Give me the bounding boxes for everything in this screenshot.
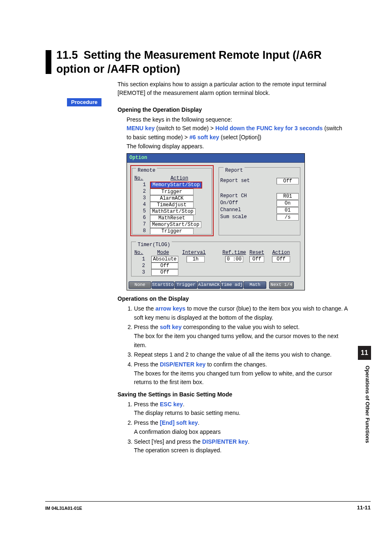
report-group-title: Report: [224, 167, 244, 175]
end-soft-key-text: [End] soft key: [160, 419, 198, 426]
disp-enter-key-text-2: DISP/ENTER key: [202, 438, 248, 445]
softkey-timeadj[interactable]: Time adj: [221, 281, 243, 289]
tlog-1-interval[interactable]: 1h: [187, 256, 205, 263]
remote-row-6-action[interactable]: MathReset: [150, 215, 194, 221]
heading-title-line2: option or /A4FR option): [56, 63, 180, 75]
esc-key-text: ESC key: [160, 401, 183, 408]
opening-heading: Opening the Operation Display: [118, 106, 348, 115]
following-display-text: The following display appears.: [127, 142, 348, 151]
softkey-bar: None StartStop Trigger AlarmACK Time adj…: [127, 281, 304, 290]
softkey-alarmack[interactable]: AlarmACK: [198, 281, 220, 289]
operations-heading: Operations on the Display: [118, 295, 348, 304]
chapter-tab: 11: [358, 346, 371, 360]
soft-key-text: soft key: [160, 324, 182, 330]
heading-number: 11.5: [56, 48, 78, 62]
heading-title-line1: Setting the Measurement Remote Input (/A…: [84, 49, 322, 61]
ops-step-3: Repeat steps 1 and 2 to change the value…: [134, 350, 348, 359]
ops-step-4: Press the DISP/ENTER key to confirm the …: [134, 360, 348, 387]
remote-row-1-action[interactable]: MemoryStart/Stop: [150, 182, 202, 189]
softkey-trigger[interactable]: Trigger: [175, 281, 197, 289]
remote-row-3-action[interactable]: AlarmACK: [150, 195, 194, 202]
report-channel-value[interactable]: 01: [277, 207, 299, 214]
intro-text: This section explains how to assign a pa…: [118, 80, 346, 97]
tlog-2-mode[interactable]: Off: [151, 263, 178, 269]
tlog-group-title: Timer(TLOG): [136, 241, 172, 249]
footer-rule: [45, 501, 371, 502]
softkey-none[interactable]: None: [129, 281, 151, 289]
remote-col-action: Action: [148, 175, 211, 182]
tlog-group: Timer(TLOG) No. Mode Interval 1: [130, 240, 301, 278]
ops-step-1: Use the arrow keys to move the cursor (b…: [134, 304, 348, 322]
device-screenshot: Option Remote No. Action: [127, 153, 305, 290]
press-sequence-text: Press the keys in the following sequence…: [127, 115, 348, 124]
remote-row-8-action[interactable]: Trigger: [150, 228, 194, 235]
footer-doc-id: IM 04L31A01-01E: [45, 506, 82, 511]
remote-row-7-action[interactable]: MemoryStart/Stop: [150, 221, 201, 228]
key-sequence: MENU key (switch to Set mode) > Hold dow…: [127, 124, 348, 142]
save-step-1: Press the ESC key. The display returns t…: [134, 400, 348, 418]
six-soft-key-text: #6 soft key: [189, 134, 219, 140]
save-step-3: Select [Yes] and press the DISP/ENTER ke…: [134, 438, 348, 455]
remote-group-title: Remote: [136, 167, 157, 175]
save-step-2: Press the [End] soft key. A confirmation…: [134, 419, 348, 436]
remote-group: Remote No. Action 1MemoryStart/Stop 2Tri…: [130, 165, 214, 236]
softkey-startstop[interactable]: StartStop: [152, 281, 174, 289]
chapter-side-label: Operations of Other Functions: [358, 366, 371, 460]
arrow-keys-text: arrow keys: [155, 305, 185, 312]
heading-bar: [46, 50, 51, 74]
softkey-next[interactable]: Next 1/4: [269, 281, 294, 289]
remote-row-2-action[interactable]: Trigger: [150, 189, 194, 195]
tlog-1-reset[interactable]: Off: [249, 256, 264, 263]
report-set-value[interactable]: Off: [277, 178, 299, 184]
tlog-1-action[interactable]: Off: [272, 256, 290, 263]
report-ch-value[interactable]: R01: [277, 193, 299, 200]
func-key-text: Hold down the FUNC key for 3 seconds: [215, 125, 323, 131]
ops-step-2: Press the soft key corresponding to the …: [134, 323, 348, 350]
remote-row-4-action[interactable]: TimeAdjust: [150, 202, 194, 208]
tlog-1-ref[interactable]: 0 :00: [225, 256, 243, 263]
section-heading: 11.5Setting the Measurement Remote Input…: [46, 48, 322, 76]
device-title: Option: [127, 154, 304, 163]
procedure-label: Procedure: [67, 98, 101, 106]
tlog-3-mode[interactable]: Off: [151, 269, 178, 276]
remote-row-5-action[interactable]: MathStart/Stop: [150, 208, 196, 215]
report-group: Report Report setOff Report CHR01 On/Off…: [218, 165, 301, 236]
tlog-1-mode[interactable]: Absolute: [151, 256, 178, 263]
disp-enter-key-text: DISP/ENTER key: [160, 361, 205, 368]
softkey-math[interactable]: Math: [244, 281, 266, 289]
report-sumscale-value[interactable]: /s: [277, 214, 299, 221]
saving-heading: Saving the Settings in Basic Setting Mod…: [118, 390, 348, 399]
menu-key-text: MENU key: [127, 125, 154, 131]
report-onoff-value[interactable]: On: [277, 200, 299, 207]
footer-page-number: 11-11: [357, 504, 371, 511]
